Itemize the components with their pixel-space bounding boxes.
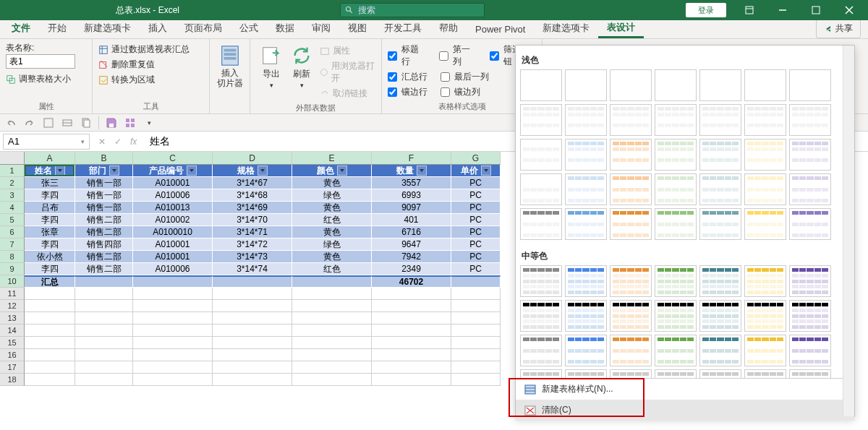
row-header[interactable]: 5 [0, 214, 25, 226]
table-cell[interactable]: A010006 [133, 189, 213, 202]
style-swatch[interactable] [610, 208, 652, 240]
row-header[interactable]: 15 [0, 337, 25, 349]
style-swatch[interactable] [789, 139, 831, 171]
empty-cell[interactable] [292, 324, 372, 337]
table-cell[interactable]: A010001 [133, 177, 213, 189]
table-cell[interactable]: 销售四部 [75, 238, 133, 251]
refresh-button[interactable]: 刷新 ▾ [286, 42, 317, 92]
empty-cell[interactable] [292, 337, 372, 349]
column-header[interactable]: F [372, 152, 451, 165]
header-row-check[interactable] [388, 51, 397, 61]
total-row-cell[interactable] [292, 275, 372, 288]
table-cell[interactable]: 3*14*73 [213, 251, 292, 263]
table-cell[interactable]: A0100010 [133, 226, 213, 238]
column-header[interactable]: B [75, 152, 133, 165]
style-swatch[interactable] [520, 335, 562, 366]
table-cell[interactable]: PC [451, 177, 501, 189]
tab-powerpivot[interactable]: Power Pivot [467, 20, 534, 38]
style-swatch[interactable] [744, 173, 786, 205]
style-swatch[interactable] [565, 173, 607, 205]
style-swatch[interactable] [744, 335, 786, 366]
row-header[interactable]: 14 [0, 324, 25, 337]
tab-devtools[interactable]: 开发工具 [375, 18, 430, 38]
table-cell[interactable]: 黄色 [292, 251, 372, 263]
style-swatch[interactable] [520, 139, 562, 171]
style-swatch[interactable] [699, 335, 741, 366]
table-cell[interactable]: 红色 [292, 214, 372, 226]
table-cell[interactable]: 3557 [372, 177, 451, 189]
table-cell[interactable]: PC [451, 202, 501, 214]
style-swatch[interactable] [744, 69, 786, 101]
style-swatch[interactable] [520, 104, 562, 136]
filter-btn-check[interactable] [490, 51, 499, 61]
empty-cell[interactable] [372, 288, 451, 300]
table-cell[interactable]: 李四 [25, 214, 75, 226]
tab-view[interactable]: 视图 [339, 18, 375, 38]
empty-cell[interactable] [372, 337, 451, 349]
row-header[interactable]: 17 [0, 361, 25, 374]
style-swatch[interactable] [520, 300, 562, 332]
table-cell[interactable]: 3*14*69 [213, 202, 292, 214]
table-cell[interactable]: 6716 [372, 226, 451, 238]
empty-cell[interactable] [451, 374, 501, 386]
empty-cell[interactable] [25, 312, 75, 324]
style-swatch[interactable] [565, 139, 607, 171]
row-header[interactable]: 2 [0, 177, 25, 189]
table-header-cell[interactable]: 规格 [213, 165, 292, 177]
qat-copy[interactable] [80, 116, 93, 129]
empty-cell[interactable] [292, 361, 372, 374]
table-cell[interactable]: 黄色 [292, 226, 372, 238]
name-box[interactable]: A1 ▾ [3, 134, 90, 150]
style-swatch[interactable] [744, 139, 786, 171]
style-swatch[interactable] [789, 369, 831, 378]
style-swatch[interactable] [520, 69, 562, 101]
style-swatch[interactable] [789, 104, 831, 136]
style-swatch[interactable] [565, 208, 607, 240]
table-cell[interactable]: PC [451, 263, 501, 275]
table-header-cell[interactable]: 产品编号 [133, 165, 213, 177]
style-swatch[interactable] [520, 369, 562, 378]
table-cell[interactable]: PC [451, 189, 501, 202]
style-swatch[interactable] [789, 335, 831, 366]
filter-dropdown-icon[interactable] [417, 165, 427, 176]
tab-tabledesign[interactable]: 表设计 [598, 17, 644, 38]
style-swatch[interactable] [655, 335, 697, 366]
table-cell[interactable]: 黄色 [292, 177, 372, 189]
style-swatch[interactable] [655, 208, 697, 240]
table-cell[interactable]: 张三 [25, 177, 75, 189]
empty-cell[interactable] [133, 288, 213, 300]
empty-cell[interactable] [213, 324, 292, 337]
style-swatch[interactable] [655, 139, 697, 171]
table-cell[interactable]: 红色 [292, 263, 372, 275]
style-swatch[interactable] [520, 208, 562, 240]
row-header[interactable]: 6 [0, 226, 25, 238]
empty-cell[interactable] [292, 288, 372, 300]
table-cell[interactable]: 黄色 [292, 202, 372, 214]
empty-cell[interactable] [213, 337, 292, 349]
empty-cell[interactable] [25, 349, 75, 361]
table-header-cell[interactable]: 姓名 [25, 165, 75, 177]
total-row-cell[interactable] [133, 275, 213, 288]
empty-cell[interactable] [133, 337, 213, 349]
table-cell[interactable]: 绿色 [292, 189, 372, 202]
enter-formula-icon[interactable]: ✓ [111, 137, 124, 147]
table-cell[interactable]: 3*14*71 [213, 226, 292, 238]
table-cell[interactable]: 销售二部 [75, 226, 133, 238]
empty-cell[interactable] [213, 312, 292, 324]
column-header[interactable]: G [451, 152, 501, 165]
style-swatch[interactable] [699, 369, 741, 378]
column-header[interactable]: C [133, 152, 213, 165]
filter-dropdown-icon[interactable] [258, 165, 268, 176]
style-swatch[interactable] [789, 69, 831, 101]
style-swatch[interactable] [655, 104, 697, 136]
style-swatch[interactable] [610, 300, 652, 332]
pivot-summary-button[interactable]: 通过数据透视表汇总 [98, 42, 190, 57]
table-header-cell[interactable]: 颜色 [292, 165, 372, 177]
row-header[interactable]: 3 [0, 189, 25, 202]
qat-saveall[interactable] [124, 116, 137, 129]
style-swatch[interactable] [789, 208, 831, 240]
style-swatch[interactable] [744, 265, 786, 297]
table-cell[interactable]: 销售二部 [75, 214, 133, 226]
column-header[interactable]: A [25, 152, 75, 165]
total-row-cell[interactable]: 汇总 [25, 275, 75, 288]
